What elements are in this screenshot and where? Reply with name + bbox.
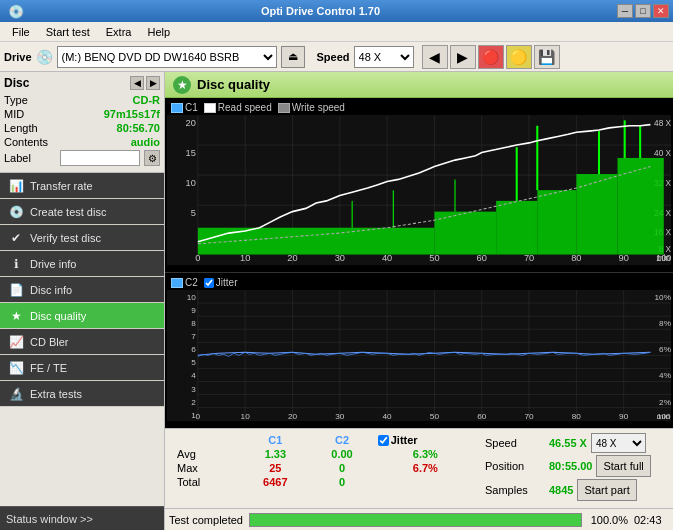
extra-tests-label: Extra tests xyxy=(30,388,82,400)
transfer-rate-label: Transfer rate xyxy=(30,180,93,192)
disc-quality-label: Disc quality xyxy=(30,310,86,322)
verify-test-disc-icon: ✔ xyxy=(8,230,24,246)
svg-text:40: 40 xyxy=(383,412,393,421)
progress-text: 100.0% xyxy=(588,514,628,526)
time-text: 02:43 xyxy=(634,514,669,526)
label-settings-button[interactable]: ⚙ xyxy=(144,150,160,166)
svg-text:40 X: 40 X xyxy=(654,148,671,158)
svg-rect-40 xyxy=(576,174,617,255)
nav-items: 📊 Transfer rate 💿 Create test disc ✔ Ver… xyxy=(0,173,164,506)
svg-text:10: 10 xyxy=(241,412,251,421)
stats-row-avg: Avg 1.33 0.00 6.3% xyxy=(173,447,477,461)
c2-legend-box xyxy=(171,278,183,288)
progress-bar-fill xyxy=(250,514,581,526)
disc-section-title: Disc xyxy=(4,76,29,90)
status-window-label: Status window >> xyxy=(6,513,93,525)
position-stat-label: Position xyxy=(485,460,545,472)
stats-row-max: Max 25 0 6.7% xyxy=(173,461,477,475)
svg-rect-38 xyxy=(496,201,537,255)
read-speed-legend-label: Read speed xyxy=(218,102,272,113)
svg-text:4: 4 xyxy=(191,372,196,381)
content-area: ★ Disc quality C1 Read speed xyxy=(165,72,673,530)
drive-select[interactable]: (M:) BENQ DVD DD DW1640 BSRB xyxy=(57,46,277,68)
create-test-disc-icon: 💿 xyxy=(8,204,24,220)
speed-select[interactable]: 48 X xyxy=(354,46,414,68)
c1-legend-label: C1 xyxy=(185,102,198,113)
speed-stat-select[interactable]: 48 X xyxy=(591,433,646,453)
color2-icon[interactable]: 🟡 xyxy=(506,45,532,69)
c1-header: C1 xyxy=(240,433,310,447)
svg-text:60: 60 xyxy=(477,412,487,421)
title-bar: 💿 Opti Drive Control 1.70 ─ □ ✕ xyxy=(0,0,673,22)
svg-text:80: 80 xyxy=(572,412,582,421)
c2-header: C2 xyxy=(310,433,373,447)
progress-bar-container xyxy=(249,513,582,527)
svg-text:20: 20 xyxy=(186,117,196,128)
sidebar-item-create-test-disc[interactable]: 💿 Create test disc xyxy=(0,199,164,225)
drive-bar: Drive 💿 (M:) BENQ DVD DD DW1640 BSRB ⏏ S… xyxy=(0,42,673,72)
label-label: Label xyxy=(4,152,31,164)
app-icon: 💿 xyxy=(8,4,24,19)
status-window-bar[interactable]: Status window >> xyxy=(0,506,164,530)
eject-button[interactable]: ⏏ xyxy=(281,46,305,68)
stats-right-panel: Speed 46.55 X 48 X Position 80:55.00 Sta… xyxy=(485,433,665,504)
window-controls: ─ □ ✕ xyxy=(617,4,669,18)
sidebar: Disc ◀ ▶ Type CD-R MID 97m15s17f Length … xyxy=(0,72,165,530)
svg-text:8%: 8% xyxy=(659,320,671,329)
menu-extra[interactable]: Extra xyxy=(98,24,140,40)
app-title: Opti Drive Control 1.70 xyxy=(24,5,617,17)
jitter-check-input[interactable] xyxy=(204,278,214,288)
disc-quality-icon-header: ★ xyxy=(173,76,191,94)
menu-file[interactable]: File xyxy=(4,24,38,40)
sidebar-item-verify-test-disc[interactable]: ✔ Verify test disc xyxy=(0,225,164,251)
sidebar-item-extra-tests[interactable]: 🔬 Extra tests xyxy=(0,381,164,407)
mid-label: MID xyxy=(4,108,24,120)
maximize-button[interactable]: □ xyxy=(635,4,651,18)
position-stat-value: 80:55.00 xyxy=(549,460,592,472)
drive-info-label: Drive info xyxy=(30,258,76,270)
svg-text:9: 9 xyxy=(191,307,196,316)
type-value: CD-R xyxy=(133,94,161,106)
jitter-stats-checkbox[interactable] xyxy=(378,435,389,446)
svg-text:0: 0 xyxy=(196,412,201,421)
menu-start-test[interactable]: Start test xyxy=(38,24,98,40)
svg-text:4%: 4% xyxy=(659,372,671,381)
jitter-checkbox[interactable] xyxy=(204,278,214,288)
sidebar-item-disc-quality[interactable]: ★ Disc quality xyxy=(0,303,164,329)
menu-help[interactable]: Help xyxy=(139,24,178,40)
label-input[interactable] xyxy=(60,150,140,166)
minimize-button[interactable]: ─ xyxy=(617,4,633,18)
upper-chart-svg: 20 15 10 5 0 10 20 30 40 50 60 70 80 xyxy=(167,115,671,265)
sidebar-item-drive-info[interactable]: ℹ Drive info xyxy=(0,251,164,277)
sidebar-item-transfer-rate[interactable]: 📊 Transfer rate xyxy=(0,173,164,199)
disc-next[interactable]: ▶ xyxy=(146,76,160,90)
sidebar-item-cd-bler[interactable]: 📈 CD Bler xyxy=(0,329,164,355)
start-part-button[interactable]: Start part xyxy=(577,479,636,501)
transfer-rate-icon: 📊 xyxy=(8,178,24,194)
c2-legend-label: C2 xyxy=(185,277,198,288)
write-speed-legend-box xyxy=(278,103,290,113)
disc-prev[interactable]: ◀ xyxy=(130,76,144,90)
sidebar-item-fe-te[interactable]: 📉 FE / TE xyxy=(0,355,164,381)
color1-icon[interactable]: 🔴 xyxy=(478,45,504,69)
length-value: 80:56.70 xyxy=(117,122,160,134)
stats-row-total: Total 6467 0 xyxy=(173,475,477,489)
disc-quality-title: Disc quality xyxy=(197,77,270,92)
svg-text:10%: 10% xyxy=(655,293,671,302)
sidebar-item-disc-info[interactable]: 📄 Disc info xyxy=(0,277,164,303)
fe-te-icon: 📉 xyxy=(8,360,24,376)
svg-text:10: 10 xyxy=(187,293,197,302)
next-icon[interactable]: ▶ xyxy=(450,45,476,69)
samples-stat-label: Samples xyxy=(485,484,545,496)
svg-text:10: 10 xyxy=(186,177,196,188)
close-button[interactable]: ✕ xyxy=(653,4,669,18)
start-full-button[interactable]: Start full xyxy=(596,455,650,477)
svg-text:2%: 2% xyxy=(659,398,671,407)
svg-text:20: 20 xyxy=(288,412,298,421)
prev-icon[interactable]: ◀ xyxy=(422,45,448,69)
drive-label: Drive xyxy=(4,51,32,63)
save-icon[interactable]: 💾 xyxy=(534,45,560,69)
c1-legend-box xyxy=(171,103,183,113)
type-label: Type xyxy=(4,94,28,106)
svg-text:7: 7 xyxy=(191,333,196,342)
